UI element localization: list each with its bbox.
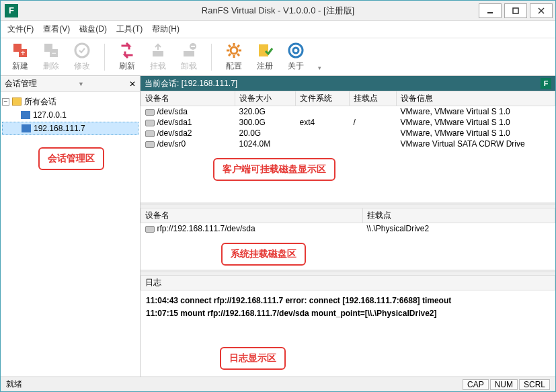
main-area: 当前会话: [192.168.111.7] F 设备名 设备大小 文件系统 挂载… [141,76,555,377]
disk-icon [145,226,155,233]
tree-node[interactable]: 127.0.0.1 [2,108,138,122]
tree-node-selected[interactable]: 192.168.111.7 [2,122,138,135]
svg-point-10 [75,44,89,57]
col-mp[interactable]: 挂载点 [363,208,555,223]
sidebar-dropdown-icon[interactable]: ▼ [78,81,84,87]
menu-tools[interactable]: 工具(T) [116,24,143,35]
register-label: 注册 [257,61,273,72]
collapse-icon[interactable]: − [2,98,9,106]
tree-root-label: 所有会话 [24,96,56,108]
svg-rect-12 [184,51,194,56]
col-name[interactable]: 设备名 [141,208,363,223]
toolbar-overflow[interactable]: ▾ [318,65,321,75]
delete-icon: − [42,42,60,59]
log-line: 11:07:15 mount rfp://192.168.111.7/dev/s… [146,307,550,320]
modify-label: 修改 [74,61,90,72]
log-header: 日志 [141,275,555,290]
tree-root[interactable]: − 所有会话 [2,95,138,108]
toolbar-separator [211,44,212,71]
splitter[interactable] [141,202,555,205]
modify-button[interactable]: 修改 [73,42,91,72]
unmount-label: 卸载 [181,61,197,72]
svg-line-22 [237,45,239,47]
about-label: 关于 [288,61,304,72]
about-icon [287,42,305,59]
new-button[interactable]: + 新建 [11,42,29,72]
tree-node-label: 127.0.0.1 [33,110,67,120]
table-row[interactable]: /dev/sda1300.0Gext4/VMware, VMware Virtu… [141,117,555,128]
log-panel: 日志 11:04:43 connect rfp://192.168.111.7 … [141,275,555,377]
col-mp[interactable]: 挂载点 [350,91,397,106]
svg-line-23 [229,54,231,56]
table-row[interactable]: rfp://192.168.111.7/dev/sda\\.\PhysicalD… [141,223,555,235]
mount-button[interactable]: 挂载 [149,42,167,72]
col-size[interactable]: 设备大小 [235,91,296,106]
minimize-button[interactable] [479,3,502,18]
svg-point-25 [289,44,303,57]
statusbar: 就绪 CAP NUM SCRL [1,377,555,391]
mount-table[interactable]: 设备名 挂载点 rfp://192.168.111.7/dev/sda\\.\P… [141,208,555,234]
menu-file[interactable]: 文件(F) [7,24,34,35]
new-icon: + [11,42,29,59]
disk-icon [145,109,155,116]
col-name[interactable]: 设备名 [141,91,235,106]
status-scrl: SCRL [519,379,550,390]
titlebar[interactable]: F RanFS Virtual Disk - V1.0.0.0 - [注册版] [1,1,555,21]
table-row[interactable]: /dev/sr01024.0MVMware Virtual SATA CDRW … [141,139,555,149]
menu-disk[interactable]: 磁盘(D) [79,24,107,35]
window-title: RanFS Virtual Disk - V1.0.0.0 - [注册版] [202,5,354,17]
host-icon [21,111,30,119]
session-header-label: 当前会话: [192.168.111.7] [145,78,237,89]
sidebar-close-icon[interactable]: ✕ [129,79,136,89]
table-row[interactable]: /dev/sda320.0GVMware, VMware Virtual S 1… [141,106,555,118]
session-sidebar: 会话管理 ▼ ✕ − 所有会话 127.0.0.1 192.168.111.7 [1,76,141,377]
session-header: 当前会话: [192.168.111.7] F [141,76,555,91]
col-info[interactable]: 设备信息 [397,91,555,106]
svg-text:−: − [51,48,56,58]
unmount-button[interactable]: 卸载 [180,42,198,72]
refresh-button[interactable]: 刷新 [118,42,136,72]
disk-icon [145,141,155,148]
chevron-down-icon: ▾ [318,65,321,71]
status-cap: CAP [463,379,489,390]
modify-icon [73,42,91,59]
mount-panel: 设备名 挂载点 rfp://192.168.111.7/dev/sda\\.\P… [141,208,555,270]
unmount-icon [180,42,198,59]
register-button[interactable]: 注册 [256,42,274,72]
menubar: 文件(F) 查看(V) 磁盘(D) 工具(T) 帮助(H) [1,21,555,38]
refresh-icon [118,42,136,59]
col-fs[interactable]: 文件系统 [296,91,350,106]
device-panel: 设备名 设备大小 文件系统 挂载点 设备信息 /dev/sda320.0GVMw… [141,91,555,202]
svg-point-15 [231,47,237,54]
svg-rect-1 [513,8,518,13]
device-table[interactable]: 设备名 设备大小 文件系统 挂载点 设备信息 /dev/sda320.0GVMw… [141,91,555,149]
log-body[interactable]: 11:04:43 connect rfp://192.168.111.7 err… [141,290,555,324]
svg-line-21 [237,54,239,56]
svg-rect-11 [153,51,163,56]
splitter[interactable] [141,270,555,272]
app-window: F RanFS Virtual Disk - V1.0.0.0 - [注册版] … [0,0,556,392]
maximize-button[interactable] [504,3,527,18]
delete-button[interactable]: − 删除 [42,42,60,72]
new-label: 新建 [12,61,28,72]
menu-help[interactable]: 帮助(H) [152,24,180,35]
status-ready: 就绪 [6,379,22,390]
annotation-mounts: 系统挂载磁盘区 [221,243,306,266]
delete-label: 删除 [43,61,59,72]
config-button[interactable]: 配置 [225,42,243,72]
toolbar-separator [104,44,105,71]
toolbar: + 新建 − 删除 修改 刷新 挂载 卸载 配置 [1,38,555,76]
svg-line-20 [229,45,231,47]
disk-icon [145,120,155,126]
session-tree[interactable]: − 所有会话 127.0.0.1 192.168.111.7 [1,92,140,138]
session-header-icon: F [541,78,551,89]
config-label: 配置 [226,61,242,72]
folder-icon [12,97,22,106]
close-button[interactable] [530,3,553,18]
menu-view[interactable]: 查看(V) [43,24,70,35]
status-num: NUM [490,379,518,390]
about-button[interactable]: 关于 [287,42,305,72]
log-line: 11:04:43 connect rfp://192.168.111.7 err… [146,295,550,307]
annotation-devices: 客户端可挂载磁盘显示区 [213,158,335,181]
table-row[interactable]: /dev/sda220.0GVMware, VMware Virtual S 1… [141,128,555,139]
